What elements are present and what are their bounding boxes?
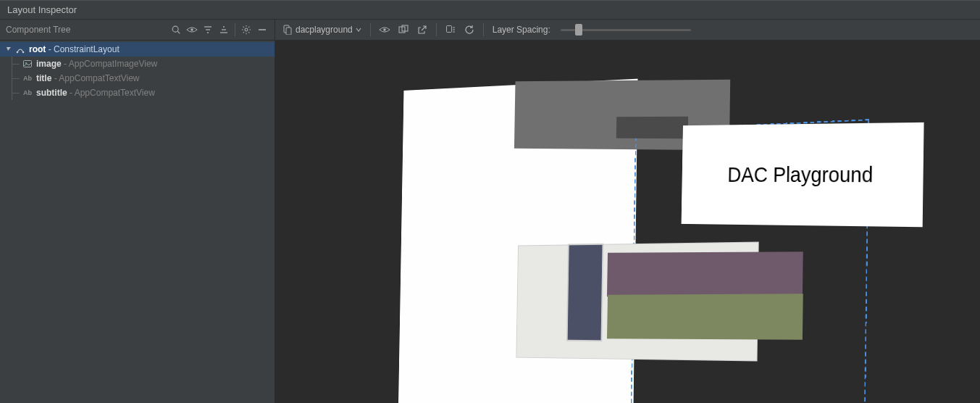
svg-point-17: [383, 28, 386, 31]
layer-spacing-label: Layer Spacing:: [490, 25, 553, 35]
tree-node-name: image: [36, 59, 62, 69]
component-tree-panel: Component Tree: [0, 20, 275, 403]
svg-point-9: [245, 28, 248, 31]
layer-image: [566, 244, 603, 342]
process-dropdown[interactable]: dacplayground: [280, 25, 364, 35]
refresh-icon[interactable]: [461, 22, 477, 38]
tree-node-name: subtitle: [36, 88, 67, 98]
collapse-icon[interactable]: [200, 22, 216, 38]
expand-toggle-icon[interactable]: [4, 46, 13, 52]
settings-icon[interactable]: [238, 22, 254, 38]
layer-body: [607, 294, 803, 340]
component-tree-header: Component Tree: [0, 20, 275, 41]
view-options-icon[interactable]: [377, 22, 393, 38]
layer-title: DAC Playground: [682, 122, 924, 227]
tree-node-type: - AppCompatImageView: [62, 59, 158, 69]
viewport-3d[interactable]: DAC Playground: [275, 41, 980, 403]
tree-node-type: - AppCompatTextView: [51, 73, 139, 83]
visibility-icon[interactable]: [184, 22, 200, 38]
titlebar: Layout Inspector: [0, 0, 980, 20]
live-updates-icon[interactable]: [443, 22, 458, 38]
layer-spacing-slider[interactable]: [561, 22, 691, 38]
layer-subtitle: [607, 252, 803, 298]
svg-point-2: [190, 28, 193, 31]
search-icon[interactable]: [168, 22, 184, 38]
component-tree[interactable]: root - ConstraintLayout image - AppCompa…: [0, 41, 275, 403]
canvas-toolbar: dacplayground Layer Spacing:: [275, 20, 980, 41]
chevron-down-icon: [356, 27, 361, 33]
tree-node-root[interactable]: root - ConstraintLayout: [0, 42, 275, 57]
svg-rect-20: [446, 26, 451, 33]
tree-node-subtitle[interactable]: Ab subtitle - AppCompatTextView: [0, 86, 275, 100]
component-tree-title: Component Tree: [6, 25, 70, 35]
tree-node-type: - AppCompatTextView: [67, 88, 155, 98]
tree-node-image[interactable]: image - AppCompatImageView: [0, 57, 275, 71]
text-icon: Ab: [22, 87, 33, 99]
title-text: DAC Playground: [727, 162, 873, 188]
image-icon: [22, 58, 33, 70]
layer-statusbar: [616, 117, 688, 138]
svg-point-12: [22, 51, 25, 54]
layout-canvas[interactable]: dacplayground Layer Spacing:: [275, 20, 980, 403]
tree-node-name: root: [29, 44, 46, 54]
svg-point-11: [17, 51, 19, 54]
tree-node-type: - ConstraintLayout: [46, 44, 119, 54]
slider-thumb[interactable]: [575, 24, 582, 36]
svg-point-0: [172, 26, 178, 32]
minimize-icon[interactable]: [254, 22, 270, 38]
export-icon[interactable]: [414, 22, 430, 38]
svg-line-1: [177, 31, 180, 33]
tree-node-name: title: [36, 73, 51, 83]
process-label: dacplayground: [296, 25, 353, 35]
overlay-icon[interactable]: [395, 22, 411, 38]
tree-node-title[interactable]: Ab title - AppCompatTextView: [0, 71, 275, 86]
layout-icon: [14, 43, 26, 55]
window-title: Layout Inspector: [7, 4, 77, 15]
svg-rect-16: [286, 28, 291, 35]
text-icon: Ab: [22, 72, 33, 84]
expand-icon[interactable]: [216, 22, 232, 38]
